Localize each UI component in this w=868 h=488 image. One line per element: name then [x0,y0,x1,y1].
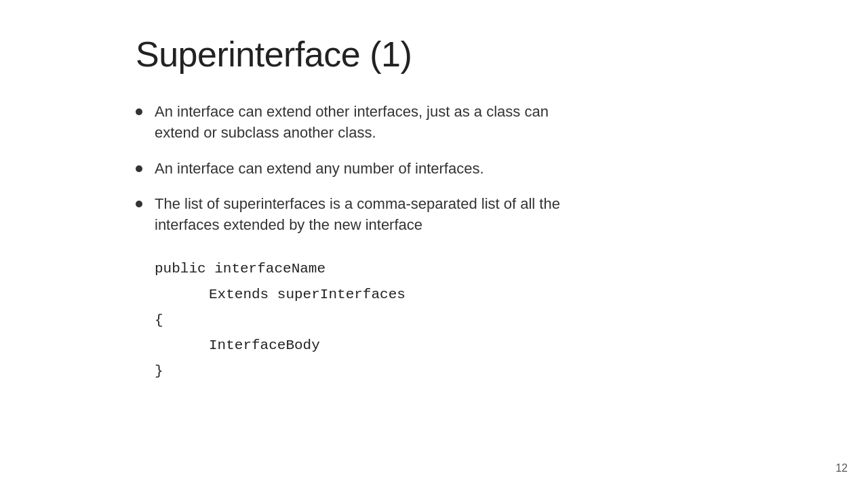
slide-content: An interface can extend other interfaces… [136,102,787,384]
code-line-1: public interfaceName [155,256,787,282]
bullet-item-2: An interface can extend any number of in… [136,159,787,180]
bullet-item-1: An interface can extend other interfaces… [136,102,787,144]
code-line-2: Extends superInterfaces [155,282,787,308]
code-block: public interfaceName Extends superInterf… [155,256,787,384]
slide-container: Superinterface (1) An interface can exte… [0,0,868,488]
bullet-text-3: The list of superinterfaces is a comma-s… [155,194,575,236]
code-line-3: { [155,308,787,333]
bullet-dot-2 [136,165,142,172]
slide-title: Superinterface (1) [136,34,787,75]
slide-number: 12 [835,462,848,474]
code-line-5: } [155,359,787,384]
bullet-dot-1 [136,108,142,115]
bullet-text-2: An interface can extend any number of in… [155,159,484,180]
bullet-dot-3 [136,201,142,207]
code-line-4: InterfaceBody [155,333,787,359]
bullet-item-3: The list of superinterfaces is a comma-s… [136,194,787,236]
bullet-text-1: An interface can extend other interfaces… [155,102,575,144]
